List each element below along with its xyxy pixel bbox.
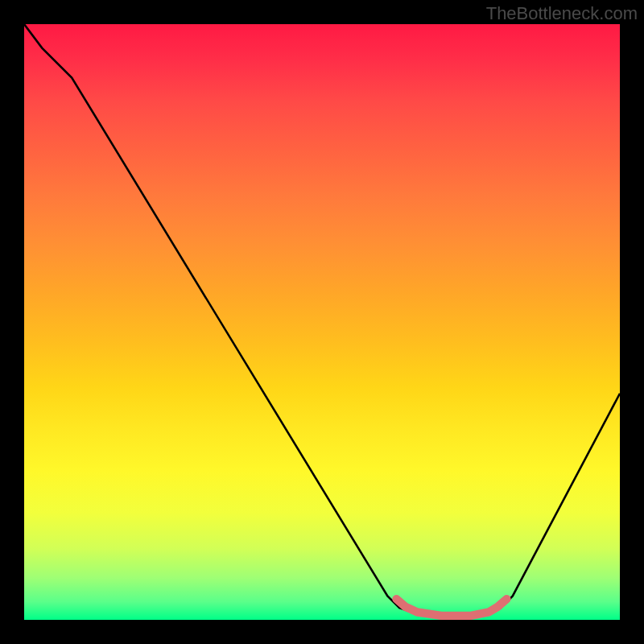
watermark-text: TheBottleneck.com	[486, 3, 638, 24]
highlight-segment	[397, 599, 507, 616]
highlight-dot	[393, 596, 400, 603]
highlight-dots	[393, 596, 510, 603]
highlight-dot	[503, 596, 510, 603]
bottleneck-curve	[24, 24, 620, 620]
chart-container	[24, 24, 620, 620]
main-curve-line	[24, 24, 620, 617]
